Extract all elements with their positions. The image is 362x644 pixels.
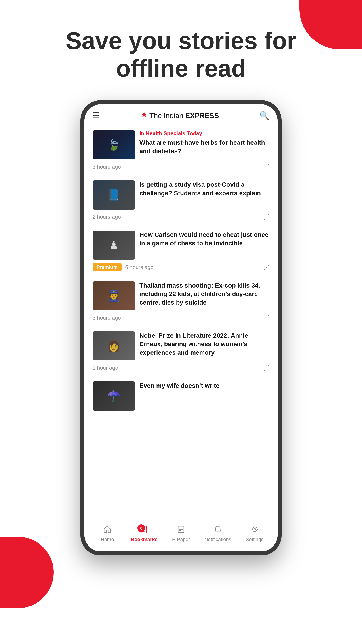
svg-point-4 xyxy=(253,527,257,532)
settings-icon xyxy=(251,525,259,535)
share-button-5[interactable]: ⋰ xyxy=(263,364,270,372)
share-button-2[interactable]: ⋰ xyxy=(263,213,270,220)
home-icon xyxy=(103,525,111,535)
article-thumbnail-4 xyxy=(92,281,135,310)
nav-label-notifications: Notifications xyxy=(204,537,231,542)
logo-text: The Indian EXPRESS xyxy=(149,112,219,120)
news-feed: In Health Specials Today What are must-h… xyxy=(84,125,278,520)
article-title-5: Nobel Prize in Literature 2022: Annie Er… xyxy=(139,332,270,357)
nav-item-home[interactable]: Home xyxy=(94,525,121,542)
svg-point-5 xyxy=(254,528,256,530)
article-text-1: In Health Specials Today What are must-h… xyxy=(139,130,270,156)
nav-item-bookmarks[interactable]: 8 Bookmarks xyxy=(131,525,158,542)
article-title-6: Even my wife doesn’t write xyxy=(139,382,270,390)
article-category-1: In Health Specials Today xyxy=(139,130,270,137)
nav-item-settings[interactable]: Settings xyxy=(241,525,268,542)
menu-icon[interactable]: ☰ xyxy=(92,111,100,120)
share-button-3[interactable]: ⋰ xyxy=(263,264,270,271)
nav-label-epaper: E-Paper xyxy=(172,537,190,542)
header-section: Save you stories for offline read xyxy=(0,0,362,100)
epaper-icon xyxy=(177,525,185,535)
article-meta-2: 2 hours ago ⋰ xyxy=(92,210,270,225)
article-thumbnail-1 xyxy=(92,130,135,160)
article-title-2: Is getting a study visa post-Covid a cha… xyxy=(139,180,270,198)
nav-item-epaper[interactable]: E-Paper xyxy=(168,525,194,542)
news-item-2[interactable]: Is getting a study visa post-Covid a cha… xyxy=(84,175,278,225)
nav-label-home: Home xyxy=(101,537,114,542)
share-button-1[interactable]: ⋰ xyxy=(263,163,270,170)
phone-mockup-container: ☰ The Indian EXPRESS 🔍 xyxy=(0,100,362,569)
article-thumbnail-6 xyxy=(92,382,135,410)
article-thumbnail-5 xyxy=(92,332,135,360)
search-icon[interactable]: 🔍 xyxy=(259,111,270,120)
article-meta-4: 3 hours ago ⋰ xyxy=(92,310,270,326)
article-text-2: Is getting a study visa post-Covid a cha… xyxy=(139,180,270,198)
article-text-3: How Carlsen would need to cheat just onc… xyxy=(139,230,270,248)
nav-label-bookmarks: Bookmarks xyxy=(131,537,158,542)
article-title-1: What are must-have herbs for heart healt… xyxy=(139,138,270,156)
phone-screen: ☰ The Indian EXPRESS 🔍 xyxy=(84,104,278,552)
article-meta-5: 1 hour ago ⋰ xyxy=(92,360,270,376)
article-thumbnail-2 xyxy=(92,180,135,210)
article-thumbnail-3 xyxy=(92,230,135,260)
news-item-1[interactable]: In Health Specials Today What are must-h… xyxy=(84,125,278,175)
article-time-4: 3 hours ago xyxy=(92,314,121,321)
news-item-4[interactable]: Thailand mass shooting: Ex-cop kills 34,… xyxy=(84,276,278,326)
article-time-1: 3 hours ago xyxy=(92,164,121,170)
logo-symbol-icon xyxy=(140,112,148,120)
phone-mockup: ☰ The Indian EXPRESS 🔍 xyxy=(80,100,282,556)
article-title-4: Thailand mass shooting: Ex-cop kills 34,… xyxy=(139,281,270,306)
article-time-5: 1 hour ago xyxy=(92,365,118,371)
premium-badge-3: Premium xyxy=(92,263,122,271)
article-text-5: Nobel Prize in Literature 2022: Annie Er… xyxy=(139,332,270,357)
bookmarks-icon: 8 xyxy=(140,525,148,535)
app-bar: ☰ The Indian EXPRESS 🔍 xyxy=(84,104,278,125)
app-logo: The Indian EXPRESS xyxy=(140,112,219,120)
article-time-2: 2 hours ago xyxy=(92,214,121,220)
notifications-icon xyxy=(214,525,222,535)
article-time-3: 6 hours ago xyxy=(125,264,153,270)
news-item-5[interactable]: Nobel Prize in Literature 2022: Annie Er… xyxy=(84,326,278,376)
article-meta-3: Premium 6 hours ago ⋰ xyxy=(92,260,270,276)
page-title: Save you stories for offline read xyxy=(22,27,340,82)
article-title-3: How Carlsen would need to cheat just onc… xyxy=(139,230,270,248)
nav-label-settings: Settings xyxy=(246,537,264,542)
nav-item-notifications[interactable]: Notifications xyxy=(204,525,231,542)
news-item-3[interactable]: How Carlsen would need to cheat just onc… xyxy=(84,225,278,276)
bottom-navigation: Home 8 Bookmarks xyxy=(84,520,278,552)
article-meta-1: 3 hours ago ⋰ xyxy=(92,160,270,175)
article-text-4: Thailand mass shooting: Ex-cop kills 34,… xyxy=(139,281,270,306)
article-text-6: Even my wife doesn’t write xyxy=(139,382,270,390)
news-item-6[interactable]: Even my wife doesn’t write xyxy=(84,376,278,411)
share-button-4[interactable]: ⋰ xyxy=(263,314,270,321)
